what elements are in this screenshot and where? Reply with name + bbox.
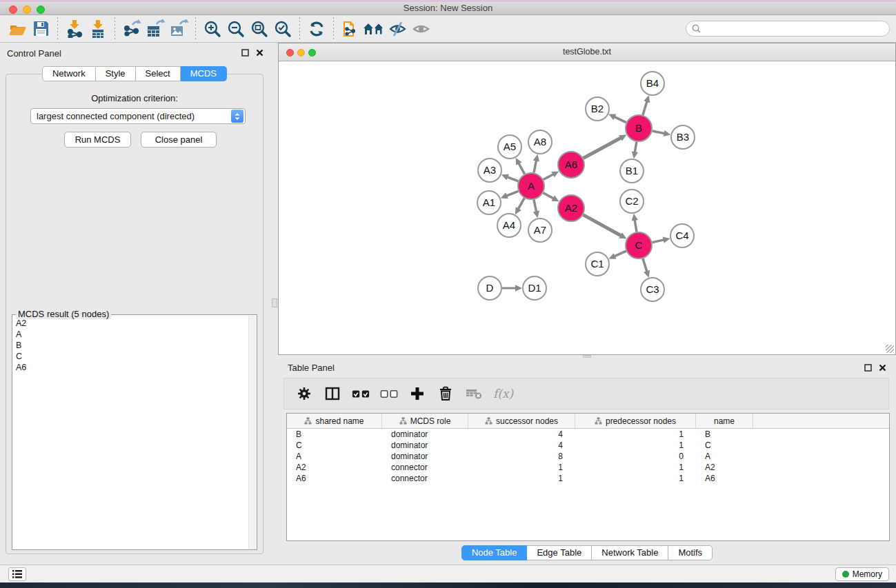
graph-edge-C-C3[interactable]	[643, 258, 647, 272]
graph-edge-A2-C[interactable]	[584, 215, 621, 236]
create-column-button[interactable]	[408, 385, 426, 403]
network-canvas[interactable]: AA1A2A3A4A5A6A7A8BB1B2B3B4CC1C2C3C4DD1	[279, 62, 895, 354]
cell-name[interactable]: C	[696, 440, 753, 451]
column-header-shared-name[interactable]: shared name	[287, 414, 382, 428]
hide-graphics-details-button[interactable]	[386, 17, 409, 41]
graph-edge-B-B4[interactable]	[643, 101, 647, 115]
cell-predecessor-nodes[interactable]: 1	[575, 462, 696, 473]
network-zoom-button[interactable]	[308, 49, 316, 57]
tab-style[interactable]: Style	[96, 66, 136, 81]
cell-successor-nodes[interactable]: 1	[468, 462, 575, 473]
float-panel-icon[interactable]	[864, 364, 872, 372]
minimize-window-button[interactable]	[23, 6, 31, 14]
cell-shared-name[interactable]: A2	[287, 462, 382, 473]
close-window-button[interactable]	[9, 6, 17, 14]
search-input[interactable]	[701, 24, 889, 34]
zoom-fit-button[interactable]	[248, 17, 271, 41]
mcds-result-item[interactable]: B	[14, 340, 247, 351]
cell-predecessor-nodes[interactable]: 1	[575, 440, 696, 451]
home-button[interactable]	[362, 17, 386, 41]
window-titlebar[interactable]: Session: New Session	[0, 0, 896, 15]
resize-grip[interactable]	[886, 345, 894, 353]
run-mcds-button[interactable]: Run MCDS	[64, 132, 131, 148]
import-network-button[interactable]	[63, 17, 86, 41]
tab-mcds[interactable]: MCDS	[181, 66, 227, 81]
export-network-button[interactable]	[120, 17, 143, 41]
result-scrollbar[interactable]	[248, 316, 256, 549]
graph-edge-A-A7[interactable]	[534, 200, 537, 212]
graph-edge-C-C2[interactable]	[635, 220, 637, 232]
close-panel-icon[interactable]	[879, 364, 886, 372]
cell-mcds-role[interactable]: dominator	[382, 451, 468, 462]
cell-name[interactable]: A6	[696, 473, 753, 484]
delete-table-button[interactable]	[465, 385, 483, 403]
show-graphics-details-button[interactable]	[409, 17, 432, 41]
network-close-button[interactable]	[286, 49, 294, 57]
column-header-name[interactable]: name	[696, 414, 753, 428]
open-session-button[interactable]	[6, 17, 29, 41]
zoom-out-button[interactable]	[224, 17, 248, 41]
cell-mcds-role[interactable]: dominator	[382, 429, 468, 440]
graph-edge-C-C1[interactable]	[615, 251, 626, 256]
table-tab-motifs[interactable]: Motifs	[668, 545, 713, 560]
zoom-in-button[interactable]	[201, 17, 224, 41]
cell-mcds-role[interactable]: dominator	[382, 440, 468, 451]
cell-shared-name[interactable]: B	[287, 429, 382, 440]
tab-network[interactable]: Network	[42, 66, 96, 81]
cell-shared-name[interactable]: A6	[287, 473, 382, 484]
search-field[interactable]	[686, 21, 890, 37]
graph-edge-A-A5[interactable]	[519, 163, 525, 174]
mcds-result-item[interactable]: C	[14, 351, 247, 362]
optimization-criterion-select[interactable]: largest connected component (directed)	[30, 108, 246, 124]
cell-name[interactable]: A2	[696, 462, 753, 473]
save-session-button[interactable]	[29, 17, 52, 41]
table-row[interactable]: Adominator80A	[287, 451, 889, 462]
cell-predecessor-nodes[interactable]: 0	[575, 451, 696, 462]
network-from-document-button[interactable]	[339, 17, 362, 41]
float-panel-icon[interactable]	[241, 49, 249, 57]
show-panels-list-button[interactable]	[8, 567, 26, 581]
table-row[interactable]: A6connector11A6	[287, 473, 889, 484]
function-builder-button[interactable]: f(x)	[493, 387, 513, 401]
column-header-mcds-role[interactable]: MCDS role	[382, 414, 468, 428]
table-settings-button[interactable]	[295, 385, 313, 403]
cell-name[interactable]: A	[696, 451, 753, 462]
tab-select[interactable]: Select	[136, 66, 181, 81]
close-panel-button[interactable]: Close panel	[141, 132, 217, 148]
graph-edge-B-B1[interactable]	[635, 142, 637, 153]
zoom-window-button[interactable]	[37, 6, 45, 14]
network-window-titlebar[interactable]: testGlobe.txt	[279, 43, 895, 61]
mcds-result-list[interactable]: A2ABCA6	[14, 318, 247, 548]
cell-name[interactable]: B	[696, 429, 753, 440]
column-header-predecessor-nodes[interactable]: predecessor nodes	[575, 414, 696, 428]
cell-predecessor-nodes[interactable]: 1	[575, 473, 696, 484]
cell-mcds-role[interactable]: connector	[382, 473, 468, 484]
graph-edge-C-C4[interactable]	[653, 240, 664, 243]
cell-successor-nodes[interactable]: 4	[468, 440, 575, 451]
graph-edge-A-A6[interactable]	[544, 174, 554, 180]
cell-predecessor-nodes[interactable]: 1	[575, 429, 696, 440]
unselect-all-button[interactable]	[380, 385, 398, 403]
mcds-result-item[interactable]: A6	[14, 362, 247, 373]
cell-shared-name[interactable]: C	[287, 440, 382, 451]
table-row[interactable]: A2connector11A2	[287, 462, 889, 473]
refresh-view-button[interactable]	[305, 17, 328, 41]
mcds-result-item[interactable]: A2	[14, 318, 247, 329]
graph-edge-A-A3[interactable]	[507, 177, 518, 181]
export-table-button[interactable]	[143, 17, 167, 41]
graph-edge-B-B2[interactable]	[614, 116, 626, 122]
mcds-result-item[interactable]: A	[14, 329, 247, 340]
table-row[interactable]: Bdominator41B	[287, 429, 889, 440]
cell-successor-nodes[interactable]: 1	[468, 473, 575, 484]
select-all-button[interactable]	[352, 385, 370, 403]
export-image-button[interactable]	[167, 17, 190, 41]
zoom-selected-button[interactable]	[271, 17, 295, 41]
column-header-successor-nodes[interactable]: successor nodes	[468, 414, 575, 428]
splitter-handle[interactable]	[583, 355, 591, 358]
table-tab-network-table[interactable]: Network Table	[592, 545, 668, 560]
memory-button[interactable]: Memory	[835, 567, 889, 581]
graph-edge-A-A4[interactable]	[518, 198, 524, 209]
cell-shared-name[interactable]: A	[287, 451, 382, 462]
cell-successor-nodes[interactable]: 4	[468, 429, 575, 440]
graph-edge-A6-B[interactable]	[584, 138, 621, 159]
